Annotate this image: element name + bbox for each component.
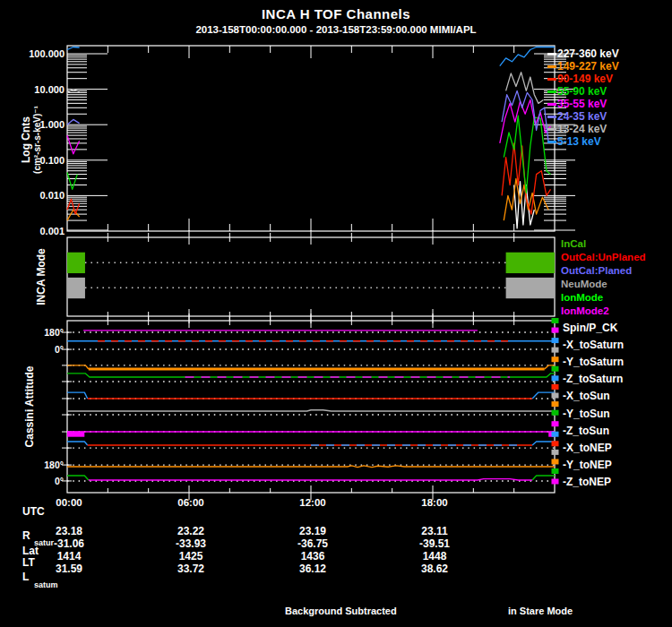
legend-color-dash [547,128,556,131]
ephemeris-row-label: L [22,571,29,583]
mode-block [67,253,85,273]
ephemeris-value: 23.19 [299,525,326,537]
attitude-edge-mark [552,356,559,362]
energy-legend-item: 90-149 keV [547,73,613,85]
attitude-edge-mark [552,338,559,343]
ephemeris-value: -33.93 [176,537,206,550]
attitude-edge-mark [552,401,559,407]
mode-axis-title: INCA Mode [35,232,47,322]
attitude-edge-mark [552,459,559,464]
counts-ytick-label: 1.000 [18,119,65,130]
attitude-angle-label: 0° [28,344,64,355]
ephemeris-value: 1414 [57,550,82,563]
attitude-edge-mark [552,375,559,381]
energy-legend-item: 35-55 keV [547,98,607,110]
attitude-edge-mark [552,432,559,437]
page-subtitle: 2013-158T00:00:00.000 - 2013-158T23:59:0… [0,24,672,35]
attitude-trace [532,392,555,399]
legend-color-dash [547,78,556,81]
mode-legend-item: OutCal:UnPlaned [561,252,646,262]
attitude-edge-mark [552,410,559,416]
energy-legend-item: 5-13 keV [547,135,601,148]
legend-label: 227-360 keV [557,47,619,60]
attitude-angle-label: 180° [28,460,64,470]
ephemeris-value: 1448 [423,550,447,563]
attitude-trace [67,365,89,369]
panel-frame [67,237,555,316]
legend-color-dash [547,116,556,118]
attitude-legend-item: -Y_toSun [563,408,610,420]
attitude-angle-label: 180° [28,327,64,338]
ephemeris-value: -39.51 [419,537,450,550]
utc-tick-label: 06:00 [177,497,203,508]
counts-ytick-label: 0.001 [18,226,65,236]
ephemeris-value: 1436 [301,550,325,563]
attitude-axis-title: Cassini Attitude [23,344,36,469]
legend-label: 13-24 keV [557,123,607,135]
mode-legend-item: OutCal:Planed [561,265,632,276]
energy-series-line [67,210,80,220]
ephemeris-row-label: R [22,529,30,542]
counts-ytick-label: 0.010 [18,190,65,201]
legend-color-dash [547,103,556,106]
ephemeris-value: 23.22 [177,525,204,537]
attitude-legend-item: -Y_toNEP [563,459,612,471]
attitude-edge-mark [552,328,559,333]
plot-screen: INCA H TOF Channels 2013-158T00:00:00.00… [0,0,672,627]
ephemeris-value: 1425 [179,550,203,563]
counts-ytick-label: 10.000 [18,84,65,95]
attitude-trace [532,442,555,445]
ephemeris-value: -31.06 [54,537,84,550]
attitude-edge-mark [552,318,559,323]
legend-label: 149-227 keV [557,60,619,73]
attitude-legend-item: -Z_toNEP [563,476,611,488]
attitude-legend-item: Spin/P_CK [563,322,617,334]
mode-legend-item: NeuMode [561,279,607,289]
legend-label: 24-35 keV [557,110,607,123]
attitude-edge-mark [552,441,559,446]
energy-series-line [67,173,77,190]
mode-legend-item: IonMode [561,292,603,303]
mode-block [506,253,555,273]
attitude-edge-mark [552,366,559,372]
energy-legend-item: 227-360 keV [547,47,619,60]
counts-ytick-label: 0.100 [18,155,65,166]
attitude-legend-item: -X_toSaturn [563,339,624,351]
panel-frame [67,46,555,231]
energy-legend-item: 13-24 keV [547,123,607,135]
attitude-legend-item: -Y_toSaturn [563,356,624,368]
mode-legend-item: InCal [561,238,586,249]
utc-tick-label: 00:00 [56,497,82,508]
energy-series-line [67,119,80,125]
ephemeris-value: 23.18 [56,525,82,537]
footer-note-left: Background Subtracted [285,606,397,616]
attitude-edge-mark [552,479,559,485]
legend-label: 90-149 keV [557,73,613,85]
energy-legend-item: 149-227 keV [547,60,619,73]
attitude-legend-item: -X_toNEP [563,442,612,454]
attitude-edge-mark [552,468,559,474]
attitude-legend-item: -X_toSun [563,390,610,402]
mode-legend-item: IonMode2 [561,305,609,316]
legend-color-dash [547,141,556,143]
legend-label: 35-55 keV [557,98,607,110]
attitude-trace [67,410,555,411]
attitude-edge-mark [552,421,559,426]
ephemeris-row-label: LT [22,556,35,569]
legend-color-dash [547,53,556,56]
legend-color-dash [547,90,556,93]
attitude-trace [89,479,532,480]
footer-note-right: in Stare Mode [508,606,573,616]
attitude-trace [67,466,555,468]
ephemeris-value: -36.75 [297,537,328,550]
ephemeris-value: 33.72 [177,563,204,575]
attitude-legend-item: -Z_toSun [563,425,609,437]
attitude-edge-mark [552,384,559,390]
ephemeris-value: 31.59 [56,563,82,575]
attitude-legend-item: -Z_toSaturn [563,373,623,385]
utc-tick-label: 18:00 [421,497,447,508]
ephemeris-value: 23.11 [421,525,447,537]
attitude-angle-label: 0° [28,476,64,486]
ephemeris-row-label: Lat [22,545,39,557]
mode-block [506,278,555,298]
